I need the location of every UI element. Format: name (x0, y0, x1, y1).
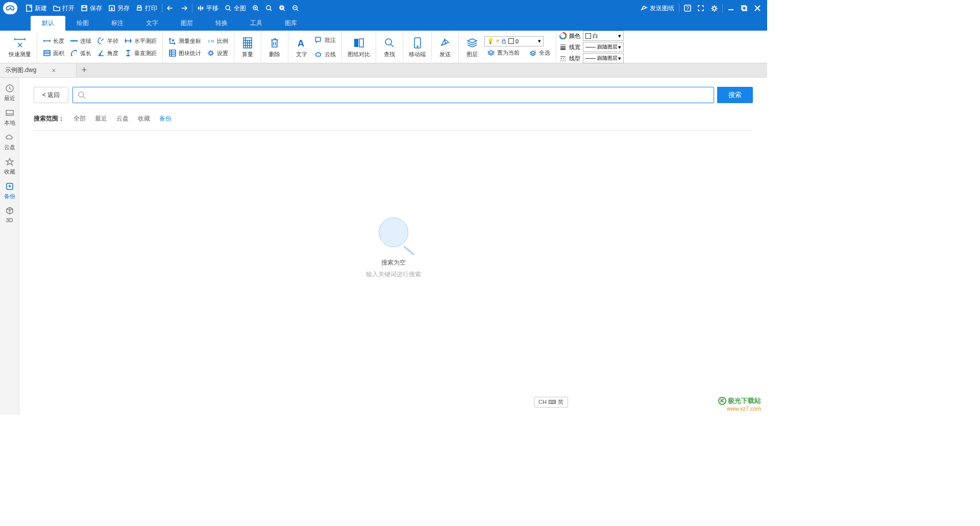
empty-subtitle: 输入关键词进行搜索 (366, 270, 421, 279)
selectall-button[interactable]: 全选 (526, 48, 553, 58)
zoom-selection-icon[interactable] (262, 0, 276, 16)
text-button[interactable]: A文字 (291, 35, 312, 60)
quick-measure-button[interactable]: 快速测量 (6, 35, 34, 60)
settings-button[interactable]: 设置 (204, 48, 231, 58)
sidebar-item-3d[interactable]: 3D (0, 203, 19, 226)
scope-recent[interactable]: 最近 (95, 114, 107, 123)
settings-icon[interactable] (707, 0, 721, 16)
open-button[interactable]: 打开 (50, 0, 78, 16)
new-button[interactable]: 新建 (22, 0, 50, 16)
sidebar-item-recent[interactable]: 最近 (0, 81, 19, 105)
scope-cloud[interactable]: 云盘 (116, 114, 129, 123)
svg-point-35 (79, 92, 84, 97)
search-button[interactable]: 搜索 (717, 87, 753, 103)
radius-button[interactable]: 半径 (94, 36, 121, 46)
undo-button[interactable] (164, 0, 177, 16)
tab-convert[interactable]: 转换 (204, 16, 239, 31)
fullview-button[interactable]: 全图 (222, 0, 249, 16)
fullscreen-icon[interactable] (694, 0, 707, 16)
find-button[interactable]: 查找 (379, 35, 400, 60)
file-tab[interactable]: 示例图.dwg × (0, 63, 77, 77)
layer-combo[interactable]: 💡 ☀ 0 ▾ (484, 36, 544, 46)
svg-point-29 (417, 46, 418, 47)
search-box[interactable] (72, 87, 714, 103)
ratio-button[interactable]: 1:N比例 (204, 36, 231, 46)
add-tab-button[interactable]: + (77, 63, 92, 77)
ribbon: 快速测量 长度 连续 半径 水平测距 面积 弧长 角度 垂直测距 测量坐标 1:… (0, 31, 767, 63)
pan-button[interactable]: 平移 (194, 0, 222, 16)
svg-text:1:N: 1:N (208, 39, 214, 43)
main-panel: < 返回 搜索 搜索范围： 全部 最近 云盘 收藏 备份 搜索为空 输入关键词进… (19, 78, 767, 415)
scope-all[interactable]: 全部 (74, 114, 86, 123)
setcurrent-button[interactable]: 置为当前 (484, 48, 522, 58)
arclen-button[interactable]: 弧长 (67, 48, 94, 58)
svg-point-14 (713, 7, 716, 10)
annotate-button[interactable]: 批注 (312, 35, 338, 45)
back-button[interactable]: < 返回 (34, 87, 68, 103)
redo-button[interactable] (177, 0, 190, 16)
sidebar-item-backup[interactable]: 备份 (0, 179, 19, 203)
tab-default[interactable]: 默认 (31, 16, 65, 31)
linetype-combo[interactable]: 跟随图层▾ (583, 53, 624, 63)
tab-text[interactable]: 文字 (135, 16, 169, 31)
cloud-button[interactable]: 云线 (312, 49, 338, 59)
calc-button[interactable]: 算量 (237, 35, 258, 60)
continuous-button[interactable]: 连续 (67, 36, 94, 46)
title-bar: 新建 打开 保存 另存 打印 平移 全图 发送图纸 ? (0, 0, 767, 16)
help-icon[interactable]: ? (681, 0, 694, 16)
vdist-button[interactable]: 垂直测距 (121, 48, 159, 58)
length-button[interactable]: 长度 (40, 36, 67, 46)
tab-tools[interactable]: 工具 (239, 16, 274, 31)
send-button[interactable]: 发送 (435, 35, 455, 60)
chevron-down-icon: ▾ (538, 38, 541, 44)
delete-button[interactable]: 删除 (264, 35, 285, 60)
svg-rect-24 (315, 37, 321, 41)
svg-rect-28 (414, 38, 421, 48)
color-combo[interactable]: 白▾ (583, 31, 624, 41)
mobile-button[interactable]: 移动端 (406, 35, 428, 60)
zoom-in-icon[interactable] (249, 0, 262, 16)
save-button[interactable]: 保存 (78, 0, 105, 16)
scope-backup[interactable]: 备份 (159, 114, 172, 123)
zoom-out-icon[interactable] (289, 0, 302, 16)
sun-icon: ☀ (495, 38, 500, 44)
tab-layer[interactable]: 图层 (169, 16, 204, 31)
svg-rect-0 (27, 5, 32, 11)
tab-library[interactable]: 图库 (274, 16, 308, 31)
svg-point-18 (173, 40, 174, 41)
hdist-button[interactable]: 水平测距 (121, 36, 159, 46)
send-drawing-button[interactable]: 发送图纸 (638, 0, 677, 16)
layer-button[interactable]: 图层 (462, 35, 482, 60)
linetype-label: 线型 (569, 55, 580, 62)
svg-point-8 (266, 6, 271, 10)
maximize-button[interactable] (738, 0, 751, 16)
svg-point-21 (209, 52, 212, 55)
ime-indicator[interactable]: CH ⌨ 简 (534, 397, 568, 408)
coord-button[interactable]: 测量坐标 (166, 36, 204, 46)
area-button[interactable]: 面积 (40, 48, 67, 58)
linetype-icon (559, 55, 567, 62)
lineweight-combo[interactable]: 跟随图层▾ (583, 42, 624, 52)
minimize-button[interactable] (724, 0, 738, 16)
svg-rect-5 (138, 6, 141, 8)
tab-annotation[interactable]: 标注 (100, 16, 135, 31)
svg-text:A: A (298, 38, 304, 49)
svg-rect-15 (742, 6, 746, 10)
blockstat-button[interactable]: 图块统计 (166, 48, 204, 58)
search-scope-row: 搜索范围： 全部 最近 云盘 收藏 备份 (34, 114, 753, 123)
file-tab-strip: 示例图.dwg × + (0, 63, 767, 78)
saveas-button[interactable]: 另存 (105, 0, 133, 16)
search-input[interactable] (89, 87, 708, 103)
tab-draw[interactable]: 绘图 (65, 16, 100, 31)
close-tab-icon[interactable]: × (52, 66, 56, 75)
sidebar-item-favorite[interactable]: 收藏 (0, 154, 19, 179)
compare-button[interactable]: 图纸对比 (345, 35, 373, 60)
sidebar-item-local[interactable]: 本地 (0, 105, 19, 130)
scope-favorite[interactable]: 收藏 (138, 114, 150, 123)
zoom-window-icon[interactable] (276, 0, 289, 16)
angle-button[interactable]: 角度 (94, 48, 121, 58)
print-button[interactable]: 打印 (133, 0, 160, 16)
sidebar-item-cloud[interactable]: 云盘 (0, 130, 19, 154)
color-label: 颜色 (569, 32, 580, 40)
close-button[interactable] (751, 0, 764, 16)
